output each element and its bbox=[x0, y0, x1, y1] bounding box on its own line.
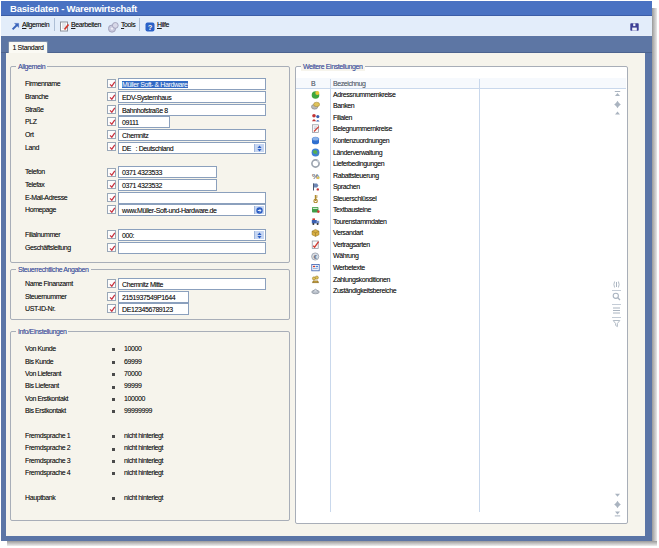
svg-text:?: ? bbox=[148, 23, 153, 32]
svg-text:€: € bbox=[314, 254, 317, 260]
